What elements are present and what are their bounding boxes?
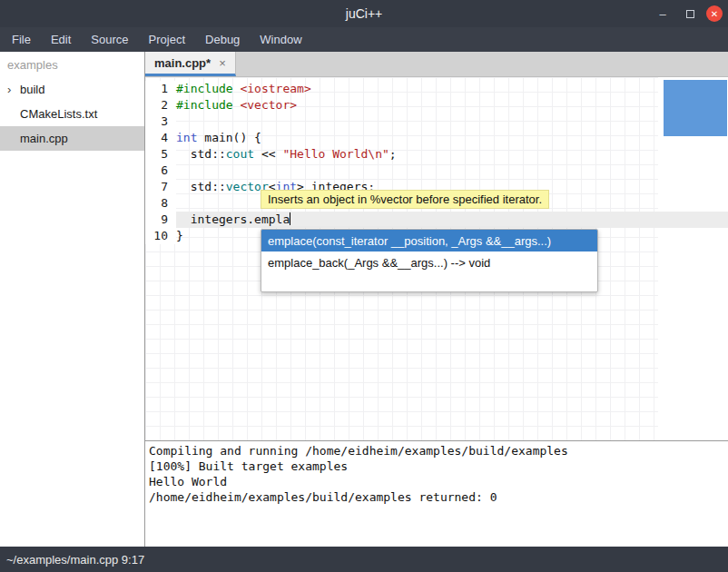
code-line[interactable]: 3 [145,113,728,130]
scrollbar-thumb[interactable] [664,80,727,136]
project-name-label: examples [0,52,144,77]
text-cursor [290,212,290,225]
menu-source[interactable]: Source [81,27,138,52]
code-token: int [176,131,197,144]
tab-close-icon[interactable]: × [219,56,226,70]
line-number: 7 [145,179,176,195]
sidebar-item-main-cpp[interactable]: main.cpp [0,126,144,151]
tab-bar: main.cpp* × [145,52,728,77]
app-window: juCi++ – ✕ FileEditSourceProjectDebugWin… [0,0,728,572]
code-token: cout [226,147,254,161]
sidebar-item-cmakelists-txt[interactable]: CMakeLists.txt [0,102,144,126]
code-text: std::cout << "Hello World\n"; [176,146,728,163]
code-line[interactable]: 2#include <vector> [145,97,728,113]
terminal-line: Hello World [149,474,724,489]
terminal-line: Compiling and running /home/eidheim/exam… [149,443,724,459]
line-number: 6 [145,163,176,179]
code-line[interactable]: 9 integers.empla [145,212,728,228]
line-number: 3 [145,113,176,130]
code-text [176,163,728,179]
sidebar-item-label: CMakeLists.txt [20,107,97,121]
maximize-button[interactable] [679,3,701,25]
code-token: "Hello World\n" [282,147,389,161]
code-token: <vector> [240,98,297,112]
line-number: 10 [145,228,176,244]
tab-main-cpp[interactable]: main.cpp* × [145,52,236,76]
menu-bar: FileEditSourceProjectDebugWindow [0,27,728,52]
code-token: std:: [176,147,226,161]
code-token: #include [176,82,240,95]
file-tree-sidebar: examples ›buildCMakeLists.txtmain.cpp [0,52,145,547]
main-area: examples ›buildCMakeLists.txtmain.cpp ma… [0,52,728,547]
maximize-icon [686,10,694,18]
code-text: integers.empla [176,212,728,228]
menu-edit[interactable]: Edit [41,27,81,52]
code-token: main() { [197,131,261,144]
code-token: } [176,229,183,242]
code-token: ; [389,147,397,161]
completion-item[interactable]: emplace_back(_Args &&__args...) --> void [261,251,597,273]
sidebar-item-build[interactable]: ›build [0,77,144,102]
code-token: std:: [176,180,226,193]
status-path-and-position: ~/examples/main.cpp 9:17 [6,553,144,567]
code-line[interactable]: 4int main() { [145,130,728,146]
line-number: 4 [145,130,176,146]
line-number: 5 [145,146,176,163]
code-text: #include <iostream> [176,81,728,97]
code-text: #include <vector> [176,97,728,113]
code-text: int main() { [176,130,728,146]
code-line[interactable]: 6 [145,163,728,179]
menu-window[interactable]: Window [250,27,311,52]
doc-tooltip: Inserts an object in %vector before spec… [261,190,549,209]
close-button[interactable]: ✕ [706,5,723,22]
completion-item[interactable]: emplace(const_iterator __position, _Args… [261,230,597,251]
line-number: 9 [145,212,176,228]
line-number: 1 [145,81,176,97]
chevron-right-icon[interactable]: › [7,83,11,96]
code-line[interactable]: 5 std::cout << "Hello World\n"; [145,146,728,163]
code-text [176,113,728,130]
file-tree-list: ›buildCMakeLists.txtmain.cpp [0,77,144,151]
editor-pane: main.cpp* × 1#include <iostream>2#includ… [145,52,728,547]
window-title: juCi++ [346,6,382,21]
completion-popup: emplace(const_iterator __position, _Args… [261,229,598,292]
code-token: #include [176,98,240,112]
sidebar-item-label: main.cpp [20,132,68,145]
code-token: << [254,147,282,161]
tab-label: main.cpp* [154,56,211,70]
minimize-button[interactable]: – [652,3,674,25]
window-controls: – ✕ [652,0,723,27]
status-bar: ~/examples/main.cpp 9:17 [0,547,728,572]
terminal-line: /home/eidheim/examples/build/examples re… [149,489,724,505]
line-number: 8 [145,195,176,212]
sidebar-item-label: build [20,83,44,96]
title-bar: juCi++ – ✕ [0,0,728,27]
menu-file[interactable]: File [2,27,41,52]
code-rows: 1#include <iostream>2#include <vector>34… [145,81,728,244]
code-token: integers.empla [176,212,290,226]
code-line[interactable]: 1#include <iostream> [145,81,728,97]
terminal-line: [100%] Built target examples [149,459,724,474]
line-number: 2 [145,97,176,113]
code-token: <iostream> [240,82,310,95]
build-output: Compiling and running /home/eidheim/exam… [145,440,728,547]
code-editor[interactable]: 1#include <iostream>2#include <vector>34… [145,77,728,440]
menu-project[interactable]: Project [139,27,195,52]
menu-debug[interactable]: Debug [195,27,250,52]
